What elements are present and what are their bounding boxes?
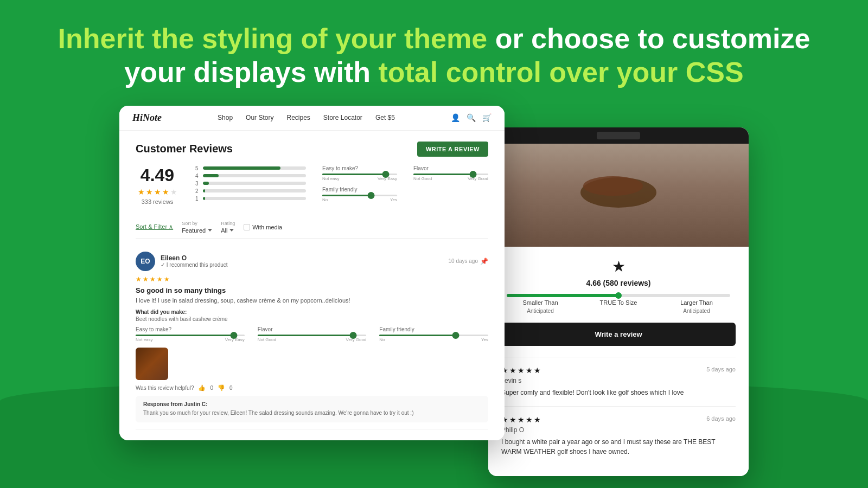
nav-link-story[interactable]: Our Story (246, 114, 273, 121)
shoe-review-1: ★ ★ ★ ★ ★ 5 days ago kevin s Super comfy… (501, 366, 736, 397)
phone-notch (488, 127, 749, 144)
review-star-4: ★ (157, 275, 163, 283)
review-date: 10 days ago 📌 (449, 258, 489, 265)
bar-row-1: 1 (195, 196, 306, 202)
with-media-filter[interactable]: With media (244, 224, 282, 230)
screenshots-container: HiNote Shop Our Story Recipes Store Loca… (0, 106, 868, 476)
thumbs-up-icon[interactable]: 👍 (198, 384, 206, 391)
shoe-review-1-header: ★ ★ ★ ★ ★ 5 days ago (501, 366, 736, 375)
size-indicator-fill (507, 294, 618, 297)
family-slider-label: Family friendly (322, 187, 397, 192)
bar-label-1: 1 (195, 196, 200, 202)
shoe-reviewer-1-name: kevin s (501, 377, 736, 384)
bar-fill-4 (203, 174, 219, 177)
review-star-1: ★ (136, 275, 142, 283)
sort-filter-row: Sort & Filter ∧ Sort by Featured Rating … (136, 216, 488, 239)
sort-by-label: Sort by (182, 221, 212, 226)
shoe-write-review-button[interactable]: Write a review (501, 323, 736, 346)
nav-link-shop[interactable]: Shop (218, 114, 233, 121)
with-media-checkbox[interactable] (244, 224, 250, 230)
left-screenshot: HiNote Shop Our Story Recipes Store Loca… (119, 106, 505, 440)
bar-label-2: 2 (195, 188, 200, 194)
nav-link-get5[interactable]: Get $5 (375, 114, 395, 121)
bar-track-5 (203, 166, 306, 170)
rating-select[interactable]: All (221, 227, 235, 234)
shoe-star-5: ★ (534, 366, 541, 375)
nav-link-locator[interactable]: Store Locator (323, 114, 362, 121)
reviewer-name: Eileen O (161, 254, 228, 262)
reviewer-avatar: EO (136, 252, 155, 271)
easy-slider-fill (322, 174, 386, 175)
nav-links: Shop Our Story Recipes Store Locator Get… (218, 114, 395, 121)
pin-icon: 📌 (480, 258, 488, 265)
thumbs-down-icon[interactable]: 👎 (218, 384, 225, 391)
flavor-slider-thumb (470, 171, 477, 178)
with-media-label: With media (252, 224, 282, 230)
bar-label-3: 3 (195, 181, 200, 187)
review-star-5: ★ (164, 275, 170, 283)
star-4: ★ (162, 188, 169, 196)
shoe-shape-icon (575, 165, 662, 209)
review-flavor-slider: Flavor Not GoodVery Good (258, 326, 367, 342)
bar-row-3: 3 (195, 181, 306, 187)
review-title: So good in so many things (136, 286, 488, 294)
flavor-slider-label: Flavor (413, 165, 488, 171)
write-review-button[interactable]: WRITE A REVIEW (417, 142, 488, 157)
review-family-slider: Family friendly NoYes (379, 326, 488, 342)
shoe-review-2-date: 6 days ago (706, 415, 736, 422)
shoe-image (488, 127, 749, 247)
rating-bars: 5 4 3 2 1 (195, 165, 306, 208)
shoe-star-4: ★ (526, 366, 533, 375)
response-text: Thank you so much for your review, Eilee… (143, 409, 481, 417)
cart-icon[interactable]: 🛒 (482, 113, 492, 122)
helpful-no-count: 0 (229, 385, 233, 391)
shoe-review-1-date: 5 days ago (706, 366, 736, 373)
rating-value: All (221, 227, 227, 234)
helpful-row: Was this review helpful? 👍 0 👎 0 (136, 384, 488, 391)
rating-group: Rating All (221, 221, 235, 234)
search-icon[interactable]: 🔍 (467, 113, 476, 122)
star-5: ★ (170, 188, 177, 196)
size-smaller: Smaller Than Anticipated (501, 299, 579, 314)
shoe-review-2-stars: ★ ★ ★ ★ ★ (501, 415, 541, 424)
shoe-review-1-stars: ★ ★ ★ ★ ★ (501, 366, 541, 375)
user-icon[interactable]: 👤 (451, 113, 460, 122)
review-item: EO Eileen O ✓ I recommend this product 1… (136, 245, 488, 429)
reviewer-recommend: ✓ I recommend this product (161, 262, 228, 268)
shoe-review-2-header: ★ ★ ★ ★ ★ 6 days ago (501, 415, 736, 424)
shoe-star-2: ★ (509, 366, 516, 375)
bar-row-4: 4 (195, 173, 306, 179)
headline-green-1: Inherit the styling of your theme (58, 23, 488, 54)
reviews-count: 333 reviews (136, 198, 179, 205)
rating-number: 4.49 (136, 165, 179, 185)
shoe-size-labels: Smaller Than Anticipated TRUE To Size La… (501, 299, 736, 314)
phone-notch-inner (597, 132, 640, 139)
sort-filter-link[interactable]: Sort & Filter ∧ (136, 223, 173, 230)
sort-by-select[interactable]: Featured (182, 227, 212, 234)
shoe-review-2: ★ ★ ★ ★ ★ 6 days ago Philip O I bought a… (501, 415, 736, 457)
nav-link-recipes[interactable]: Recipes (286, 114, 310, 121)
review-image (136, 348, 168, 380)
bar-label-4: 4 (195, 173, 200, 179)
review-stars: ★ ★ ★ ★ ★ (136, 275, 488, 283)
nav-logo: HiNote (132, 112, 162, 124)
flavor-slider-group: Flavor Not GoodVery Good (413, 165, 488, 181)
right-screenshot: ★ 4.66 (580 reviews) Smaller Than Antici… (488, 127, 749, 476)
size-larger: Larger Than Anticipated (658, 299, 736, 314)
shoe-rating-star: ★ (501, 258, 736, 275)
helpful-yes-count: 0 (210, 385, 213, 391)
headline-white-1: or choose to customize (487, 23, 810, 54)
shoe-star2-4: ★ (526, 415, 533, 424)
shoe-image-bg (488, 127, 749, 247)
review-item-header: EO Eileen O ✓ I recommend this product 1… (136, 252, 488, 271)
shoe-reviewer-2-name: Philip O (501, 426, 736, 434)
size-true: TRUE To Size (579, 299, 658, 314)
headline-white-2: your displays with (124, 56, 378, 88)
flavor-slider-track (413, 174, 488, 175)
family-slider-track (322, 195, 397, 196)
family-slider-endpoints: NoYes (322, 197, 397, 202)
rating-chevron-icon (229, 229, 234, 232)
bar-fill-1 (203, 197, 205, 200)
review-made-value: Beet noodles with basil cashew crème (136, 316, 488, 322)
bar-fill-5 (203, 166, 280, 170)
